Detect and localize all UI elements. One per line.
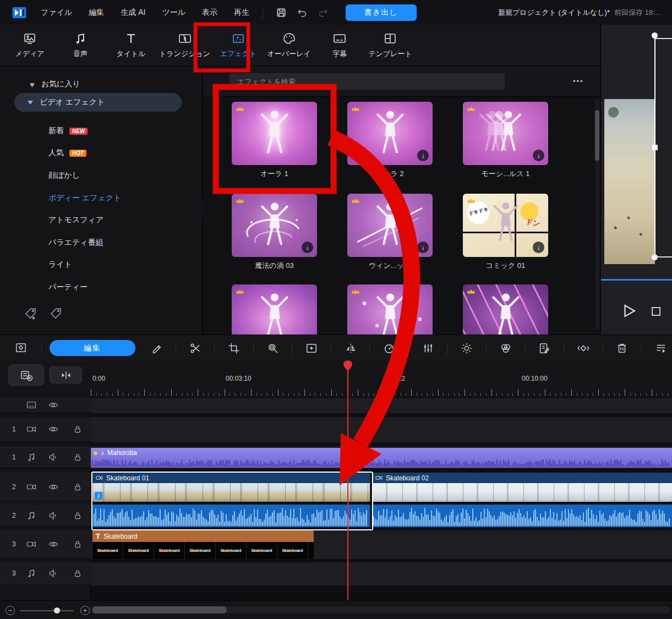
effect-thumbnail[interactable]: ↓	[347, 102, 433, 165]
redo-icon[interactable]	[316, 6, 330, 19]
lock-icon[interactable]	[73, 511, 83, 521]
draw-pen-icon[interactable]	[150, 342, 163, 355]
effect-card[interactable]	[232, 284, 317, 335]
download-icon[interactable]: ↓	[417, 242, 429, 253]
edit-mode-button[interactable]: 編集	[50, 340, 135, 356]
effect-card-motion-pulse[interactable]: ↓ モーシ...ルス 1	[463, 102, 548, 179]
snap-playhead-button[interactable]	[50, 366, 82, 384]
speed-icon[interactable]	[383, 342, 396, 355]
download-icon[interactable]: ↓	[302, 242, 313, 253]
zoom-slider-knob[interactable]	[54, 607, 60, 613]
menu-playback[interactable]: 再生	[234, 8, 249, 18]
save-icon[interactable]	[275, 6, 288, 19]
speaker-icon[interactable]	[48, 568, 58, 578]
download-icon[interactable]: ↓	[533, 242, 544, 253]
zoom-slider-track[interactable]	[20, 610, 74, 611]
tab-title[interactable]: タイトル	[106, 28, 156, 63]
effect-thumbnail[interactable]	[232, 102, 317, 165]
sidebar-category-video-effects[interactable]: ビデオ エフェクト	[14, 93, 182, 112]
effect-card-magic-vortex[interactable]: ↓ 魔法の渦 03	[232, 194, 317, 271]
tab-overlay[interactable]: オーバーレイ	[264, 28, 314, 63]
library-scrollbar[interactable]	[595, 99, 599, 330]
playhead-marker[interactable]	[343, 360, 352, 371]
video-clip-skateboard-02[interactable]: Skateboard 02	[372, 473, 672, 502]
speaker-icon[interactable]	[48, 452, 58, 462]
lock-icon[interactable]	[73, 424, 83, 434]
effect-thumbnail[interactable]: ↓	[347, 194, 433, 257]
effect-card-aura-2[interactable]: ↓ オーラ 2	[347, 102, 433, 179]
download-icon[interactable]: ↓	[417, 150, 429, 161]
color-match-icon[interactable]	[499, 342, 512, 355]
add-track-button[interactable]	[8, 364, 44, 386]
stop-button[interactable]	[648, 304, 664, 319]
audio-clip-skateboard-01[interactable]	[92, 505, 370, 527]
video-clip-skateboard-01[interactable]: Skateboard 01 i	[92, 473, 370, 502]
playback-progress-bar[interactable]	[601, 279, 672, 281]
lock-icon[interactable]	[73, 568, 83, 578]
sidebar-item-party[interactable]: パーティー	[48, 281, 88, 294]
transform-handle-bottom[interactable]	[652, 254, 658, 260]
timeline-ruler[interactable]	[91, 385, 672, 396]
menu-view[interactable]: 表示	[202, 8, 217, 18]
tab-effects[interactable]: エフェクト	[213, 28, 264, 63]
delete-icon[interactable]	[615, 342, 629, 355]
produce-queue-icon[interactable]	[654, 342, 668, 355]
add-tag-icon[interactable]	[24, 307, 37, 320]
effect-card-comic[interactable]: ドキドキ ドン ↓ コミック 01	[463, 194, 548, 271]
adjust-sliders-icon[interactable]	[422, 342, 435, 355]
keyframe-icon[interactable]	[577, 342, 590, 355]
sidebar-item-popular[interactable]: 人気 HOT	[48, 146, 86, 160]
tab-media[interactable]: メディア	[4, 28, 55, 63]
tag-icon[interactable]	[50, 307, 63, 320]
undo-icon[interactable]	[296, 6, 309, 19]
effect-card[interactable]	[347, 284, 433, 335]
timeline-scrollbar[interactable]	[91, 606, 670, 613]
audio-clip-skateboard-02[interactable]	[372, 505, 672, 527]
tab-subtitle[interactable]: 字幕	[314, 28, 365, 63]
more-options-icon[interactable]: •••	[573, 77, 584, 85]
flip-icon[interactable]	[344, 342, 357, 355]
lock-icon[interactable]	[73, 482, 83, 492]
lock-icon[interactable]	[73, 452, 83, 462]
effect-card-wind[interactable]: ↓ ウィン...ッシ	[347, 194, 433, 271]
effect-thumbnail[interactable]	[232, 284, 317, 335]
transform-handle-top[interactable]	[652, 32, 658, 39]
tab-transition[interactable]: トランジション	[156, 28, 213, 63]
zoom-in-button[interactable]: +	[80, 606, 90, 615]
audio-clip-mahoroba[interactable]: ♪ Mahoroba	[91, 448, 672, 468]
effect-thumbnail[interactable]	[347, 284, 433, 335]
scrollbar-thumb[interactable]	[595, 110, 599, 161]
sidebar-item-new[interactable]: 新着 NEW	[48, 124, 88, 138]
brightness-icon[interactable]	[460, 342, 473, 355]
scene-detect-icon[interactable]	[266, 342, 280, 355]
lock-icon[interactable]	[73, 539, 83, 549]
split-scissors-icon[interactable]	[189, 342, 202, 355]
effect-thumbnail[interactable]	[463, 284, 548, 335]
title-clip-skateboard[interactable]: T Skateboard Skateboard Skateboard Skate…	[92, 530, 314, 559]
search-input[interactable]	[230, 73, 505, 90]
effect-card[interactable]	[463, 284, 548, 335]
export-button[interactable]: 書き出し	[346, 4, 417, 21]
play-button[interactable]	[620, 302, 638, 320]
transform-handle-middle[interactable]	[652, 145, 658, 150]
sidebar-item-light[interactable]: ライト	[48, 258, 72, 271]
tab-audio[interactable]: 音声	[55, 28, 106, 63]
sidebar-item-atmosphere[interactable]: アトモスフィア	[48, 213, 103, 227]
caption-edit-icon[interactable]	[538, 342, 551, 355]
playhead-line[interactable]	[347, 364, 348, 600]
sidebar-item-favorites[interactable]: ♥ お気に入り	[30, 79, 80, 89]
eye-icon[interactable]	[48, 424, 58, 434]
download-icon[interactable]: ↓	[533, 150, 544, 161]
menu-edit[interactable]: 編集	[89, 8, 104, 18]
clip-designer-icon[interactable]	[14, 341, 28, 354]
effect-thumbnail[interactable]: ↓	[232, 194, 317, 257]
crop-icon[interactable]	[227, 342, 241, 355]
menu-tools[interactable]: ツール	[162, 8, 185, 18]
scrollbar-thumb[interactable]	[92, 606, 227, 613]
eye-icon[interactable]	[48, 539, 58, 549]
speaker-icon[interactable]	[48, 511, 58, 521]
zoom-out-button[interactable]: −	[6, 606, 15, 615]
sidebar-item-body-effects[interactable]: ボディー エフェクト	[48, 191, 122, 205]
sidebar-item-face-blur[interactable]: 顔ぼかし	[48, 169, 80, 182]
effect-thumbnail[interactable]: ドキドキ ドン ↓	[463, 194, 548, 257]
